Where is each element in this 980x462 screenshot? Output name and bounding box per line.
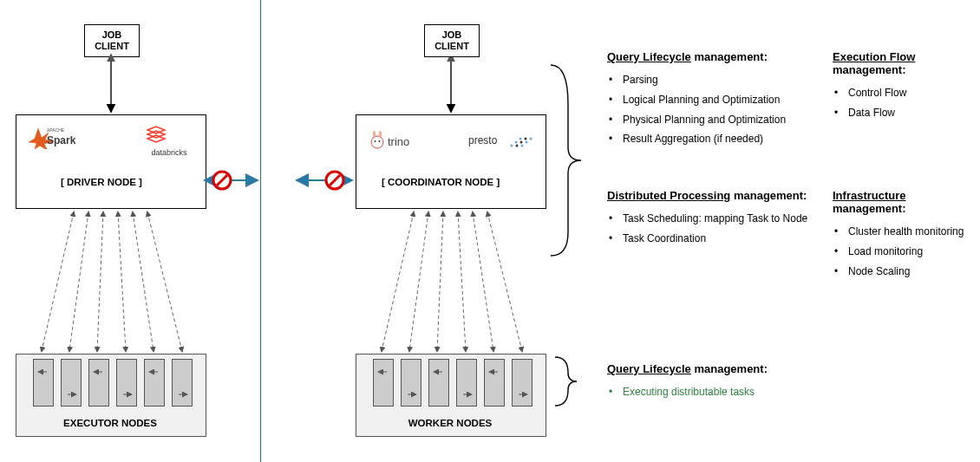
vertical-divider [260,0,261,462]
execution-flow-section: Execution Flow management: Control Flow … [833,50,980,123]
databricks-logo: databricks [139,123,199,157]
svg-point-44 [526,141,528,144]
svg-line-23 [487,212,522,351]
svg-point-45 [530,138,532,140]
databricks-label: databricks [139,148,199,157]
no-entry-icon-right [326,172,343,189]
dp-item: Task Scheduling: mapping Task to Node [607,209,824,229]
svg-line-17 [330,175,340,185]
bql-title-r: management: [691,362,768,375]
executor-3 [88,359,109,407]
job-client-box-left: JOBCLIENT [84,24,140,57]
ql-list: Parsing Logical Planning and Optimizatio… [607,70,815,149]
inf-item: Node Scaling [833,262,980,282]
worker-4 [456,359,477,407]
svg-line-6 [97,212,103,351]
svg-point-43 [521,145,524,147]
svg-point-16 [326,172,343,189]
svg-line-7 [118,212,126,351]
svg-text:APACHE: APACHE [47,127,65,133]
svg-point-34 [379,140,381,142]
ef-title-r: management: [833,63,906,76]
svg-point-40 [516,145,519,147]
ql-title-r: management: [691,50,768,63]
dp-list: Task Scheduling: mapping Task to Node Ta… [607,209,824,249]
driver-node-label: [ DRIVER NODE ] [61,177,142,187]
query-lifecycle-section: Query Lifecycle management: Parsing Logi… [607,50,815,149]
spark-logo: Spark APACHE [26,123,80,152]
bql-list: Executing distributable tasks [607,382,833,402]
worker-nodes-label: WORKER NODES [356,418,545,428]
ef-title-u: Execution Flow [833,50,915,63]
executor-1 [33,359,54,407]
worker-1 [373,359,394,407]
job-client-label: JOBCLIENT [95,29,129,51]
svg-line-3 [217,175,227,185]
bql-item: Executing distributable tasks [607,382,833,402]
bql-title-u: Query Lifecycle [607,362,691,375]
brace-top [551,65,581,256]
inf-title-u: Infrastructure [833,189,906,202]
svg-line-8 [133,212,154,351]
executor-4 [116,359,137,407]
svg-point-42 [525,138,527,140]
executor-2 [61,359,82,407]
svg-rect-32 [379,131,382,137]
svg-line-9 [147,212,182,351]
inf-list: Cluster health monitoring Load monitorin… [833,222,980,281]
ef-list: Control Flow Data Flow [833,83,980,123]
svg-rect-31 [373,131,376,137]
svg-point-2 [213,172,231,189]
svg-point-30 [371,136,383,148]
svg-line-18 [382,212,414,351]
svg-line-4 [42,212,74,351]
coordinator-node-box [356,114,546,209]
ql-title-u: Query Lifecycle [607,50,691,63]
ql-item: Result Aggregation (if needed) [607,129,815,149]
worker-3 [428,359,449,407]
ql-item: Parsing [607,70,815,90]
dp-title-r: management: [730,189,807,202]
worker-6 [512,359,532,407]
worker-5 [484,359,505,407]
fanout-arrows-left [42,212,182,351]
svg-point-38 [515,141,518,144]
svg-text:presto: presto [468,134,498,146]
trino-logo: trino [369,130,429,153]
executor-5 [144,359,165,407]
ef-item: Control Flow [833,83,980,103]
executor-nodes-label: EXECUTOR NODES [16,418,205,428]
svg-line-19 [409,212,428,351]
ef-item: Data Flow [833,103,980,123]
brace-bottom [555,357,577,406]
bottom-lifecycle-section: Query Lifecycle management: Executing di… [607,362,833,402]
svg-point-37 [511,145,513,147]
dp-item: Task Coordination [607,229,824,249]
svg-line-20 [437,212,443,351]
job-client-box-right: JOBCLIENT [424,24,480,57]
svg-text:trino: trino [388,135,409,148]
inf-item: Load monitoring [833,242,980,262]
job-client-label-r: JOBCLIENT [434,29,469,51]
svg-text:Spark: Spark [47,134,76,146]
coordinator-node-label: [ COORDINATOR NODE ] [382,177,500,187]
svg-line-5 [69,212,88,351]
distributed-section: Distributed Processing management: Task … [607,189,824,249]
svg-line-22 [473,212,493,351]
dp-title-u: Distributed Processing [607,189,730,202]
inf-item: Cluster health monitoring [833,222,980,242]
ql-item: Physical Planning and Optimization [607,110,815,130]
svg-point-33 [375,140,376,142]
inf-title-r: management: [833,202,906,215]
executor-6 [172,359,193,407]
presto-logo: presto [468,130,538,153]
no-entry-icon-left [213,172,231,189]
ql-item: Logical Planning and Optimization [607,90,815,110]
worker-2 [401,359,421,407]
infrastructure-section: Infrastructure management: Cluster healt… [833,189,980,281]
fanout-arrows-right [382,212,522,351]
svg-line-21 [458,212,466,351]
svg-point-41 [520,141,523,144]
svg-point-39 [519,138,522,140]
